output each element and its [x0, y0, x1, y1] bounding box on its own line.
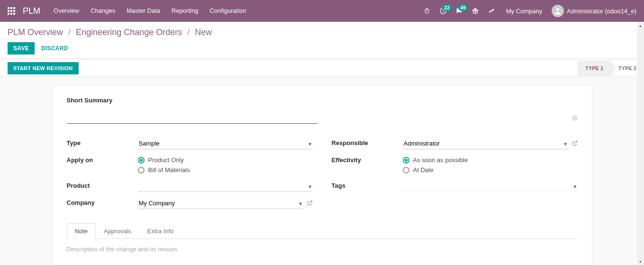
action-buttons: SAVE DISCARD: [8, 42, 636, 55]
breadcrumb-plm-overview[interactable]: PLM Overview: [8, 27, 63, 37]
navbar-right: 22 49 My Company Administrator (odoo14_e…: [420, 4, 640, 18]
breadcrumb: PLM Overview / Engineering Change Orders…: [8, 27, 636, 37]
svg-rect-1: [10, 7, 12, 9]
app-brand[interactable]: PLM: [19, 6, 48, 16]
tab-approvals[interactable]: Approvals: [96, 223, 139, 239]
effectivity-asap[interactable]: As soon as possible: [403, 155, 578, 165]
responsible-select[interactable]: [403, 138, 568, 149]
effectivity-label: Effectivity: [332, 155, 403, 164]
svg-rect-8: [13, 13, 15, 15]
notebook-tabs: Note Approvals Extra Info: [67, 223, 578, 239]
bug-icon[interactable]: [420, 4, 434, 18]
external-link-icon[interactable]: [572, 140, 578, 147]
svg-rect-7: [10, 13, 12, 15]
tags-label: Tags: [332, 181, 403, 189]
discuss-icon[interactable]: 49: [452, 4, 466, 18]
svg-rect-6: [8, 13, 9, 15]
nav-master-data[interactable]: Master Data: [121, 0, 166, 22]
discuss-badge: 49: [458, 5, 468, 11]
breadcrumb-current: New: [195, 27, 212, 37]
svg-rect-0: [8, 7, 9, 9]
gift-icon[interactable]: [468, 4, 482, 18]
tools-icon[interactable]: [484, 4, 499, 18]
svg-rect-3: [8, 10, 9, 12]
type-select[interactable]: [138, 138, 313, 149]
nav-reporting[interactable]: Reporting: [166, 0, 204, 22]
radio-label: As soon as possible: [413, 156, 468, 164]
apply-on-bom[interactable]: Bill of Materials: [138, 165, 313, 175]
discard-button[interactable]: DISCARD: [37, 42, 72, 55]
company-label: Company: [67, 198, 138, 206]
company-selector[interactable]: My Company: [500, 8, 548, 15]
avatar-icon: [552, 5, 564, 17]
external-link-icon[interactable]: [307, 200, 313, 207]
control-panel: PLM Overview / Engineering Change Orders…: [0, 22, 644, 59]
start-new-revision-button[interactable]: START NEW REVISION: [8, 62, 79, 74]
user-menu[interactable]: Administrator (odoo14_e): [550, 5, 640, 17]
scroll-down-icon[interactable]: ▾: [637, 258, 644, 265]
summary-input[interactable]: [67, 108, 317, 124]
nav-overview[interactable]: Overview: [48, 0, 85, 22]
radio-icon: [403, 157, 409, 164]
apply-on-label: Apply on: [67, 155, 138, 164]
save-button[interactable]: SAVE: [8, 42, 35, 55]
svg-rect-2: [13, 7, 15, 9]
stage-type-1[interactable]: TYPE 1: [578, 61, 611, 76]
tab-extra-info[interactable]: Extra Info: [139, 223, 182, 239]
activities-badge: 22: [442, 5, 452, 11]
form-sheet: Short Summary Type ▾ Apply on: [52, 85, 592, 265]
top-navbar: PLM Overview Changes Master Data Reporti…: [0, 0, 644, 22]
nav-changes[interactable]: Changes: [85, 0, 121, 22]
radio-icon: [138, 157, 145, 164]
user-name: Administrator (odoo14_e): [567, 8, 636, 15]
right-column: Responsible ▾ Effectivity As soon: [332, 135, 578, 212]
radio-label: Product Only: [148, 156, 184, 164]
navbar-menu: Overview Changes Master Data Reporting C…: [48, 0, 420, 22]
vertical-scrollbar[interactable]: ▴ ▾: [637, 22, 644, 265]
tags-select[interactable]: [403, 181, 578, 192]
scroll-up-icon[interactable]: ▴: [637, 22, 644, 29]
svg-rect-4: [10, 10, 12, 12]
radio-label: Bill of Materials: [148, 166, 190, 174]
type-label: Type: [67, 138, 138, 146]
apply-on-product-only[interactable]: Product Only: [138, 155, 313, 165]
stage-pipeline: TYPE 1 TYPE 2: [578, 61, 644, 76]
summary-label: Short Summary: [67, 97, 317, 104]
statusbar: START NEW REVISION TYPE 1 TYPE 2: [0, 61, 644, 76]
radio-label: At Date: [413, 166, 434, 174]
responsible-label: Responsible: [332, 138, 403, 146]
company-select[interactable]: [138, 198, 303, 209]
nav-configuration[interactable]: Configuration: [204, 0, 252, 22]
product-label: Product: [67, 181, 138, 189]
tab-content-note: Description of the change and its reason…: [67, 239, 578, 264]
tab-note[interactable]: Note: [67, 223, 96, 239]
apps-grid-icon[interactable]: [4, 3, 19, 18]
effectivity-at-date[interactable]: At Date: [403, 165, 578, 175]
svg-point-12: [556, 8, 559, 11]
radio-icon: [138, 167, 145, 174]
breadcrumb-sep: /: [65, 27, 73, 37]
breadcrumb-eco[interactable]: Engineering Change Orders: [76, 27, 182, 37]
radio-icon: [403, 167, 409, 174]
priority-dot[interactable]: [572, 115, 578, 121]
left-column: Type ▾ Apply on Product Only: [67, 135, 313, 212]
svg-rect-5: [13, 10, 15, 12]
breadcrumb-sep: /: [184, 27, 192, 37]
product-select[interactable]: [138, 181, 313, 192]
note-editor[interactable]: Description of the change and its reason…: [67, 246, 578, 253]
activities-icon[interactable]: 22: [436, 4, 450, 18]
